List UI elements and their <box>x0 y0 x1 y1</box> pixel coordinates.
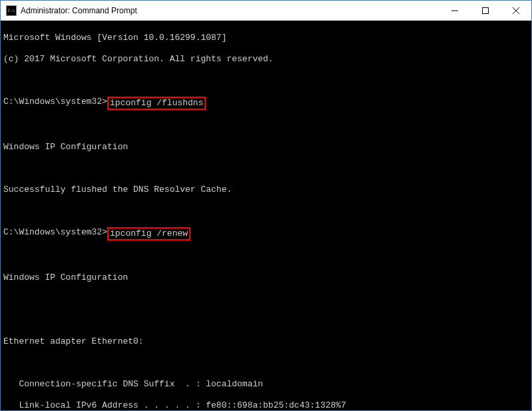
output-line: Connection-specific DNS Suffix . : local… <box>3 379 529 390</box>
minimize-button[interactable] <box>439 1 470 20</box>
blank-line <box>3 75 529 86</box>
output-line: Successfully flushed the DNS Resolver Ca… <box>3 185 529 195</box>
blank-line <box>3 251 529 262</box>
close-button[interactable] <box>501 1 531 20</box>
maximize-icon <box>482 7 489 14</box>
output-line: Windows IP Configuration <box>3 272 529 283</box>
terminal-output[interactable]: Microsoft Windows [Version 10.0.16299.10… <box>1 21 531 410</box>
blank-line <box>3 206 529 216</box>
highlighted-command: ipconfig /renew <box>107 227 190 240</box>
close-icon <box>513 7 519 14</box>
cmd-window: Administrator: Command Prompt Microsoft … <box>0 0 532 411</box>
svg-rect-1 <box>483 7 489 13</box>
prompt-line: C:\Windows\system32>ipconfig /renew <box>3 227 529 240</box>
window-controls <box>439 1 531 20</box>
output-line: (c) 2017 Microsoft Corporation. All righ… <box>3 54 529 65</box>
maximize-button[interactable] <box>470 1 501 20</box>
prompt-line: C:\Windows\system32>ipconfig /flushdns <box>3 97 529 110</box>
output-line: Windows IP Configuration <box>3 142 529 153</box>
output-line: Link-local IPv6 Address . . . . . : fe80… <box>3 400 529 410</box>
window-title: Administrator: Command Prompt <box>21 6 137 15</box>
highlighted-command: ipconfig /flushdns <box>107 97 206 110</box>
blank-line <box>3 163 529 174</box>
prompt: C:\Windows\system32> <box>3 97 107 107</box>
blank-line <box>3 358 529 368</box>
prompt: C:\Windows\system32> <box>3 227 107 238</box>
blank-line <box>3 294 529 304</box>
minimize-icon <box>451 7 458 14</box>
adapter-header: Ethernet adapter Ethernet0: <box>3 336 529 347</box>
titlebar[interactable]: Administrator: Command Prompt <box>1 1 531 21</box>
cmd-icon <box>6 5 17 16</box>
blank-line <box>3 121 529 131</box>
blank-line <box>3 315 529 326</box>
output-line: Microsoft Windows [Version 10.0.16299.10… <box>3 33 529 43</box>
